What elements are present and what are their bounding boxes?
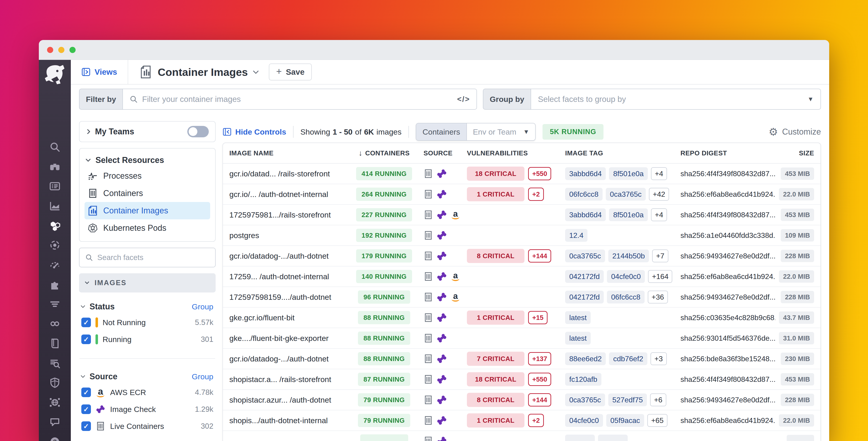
more-tags-pill[interactable]: +65 — [647, 414, 668, 427]
checkbox-checked-icon[interactable]: ✓ — [81, 387, 91, 397]
more-tags-pill[interactable]: +3 — [651, 352, 666, 365]
table-row[interactable]: gke.gcr.io/fluent-bit88 RUNNING1 CRITICA… — [223, 307, 820, 328]
more-vulnerabilities-badge[interactable]: +144 — [528, 249, 551, 263]
status-facet-item[interactable]: ✓Running301 — [81, 331, 213, 348]
filter-input[interactable] — [142, 95, 453, 104]
image-tag-pill[interactable]: 8f501e0a — [609, 208, 648, 221]
status-facet-item[interactable]: ✓Not Running5.57k — [81, 314, 213, 331]
more-vulnerabilities-badge[interactable]: +2 — [528, 414, 544, 427]
source-facet-header[interactable]: Source Group — [81, 369, 213, 384]
sidebar-item-containers[interactable]: Containers — [85, 185, 210, 202]
image-tag-pill[interactable]: 3abbd6d4 — [565, 208, 606, 221]
table-row[interactable]: shopistacr.a... /rails-storefront87 RUNN… — [223, 369, 820, 390]
col-repo-digest[interactable]: REPO DIGEST — [680, 149, 775, 157]
zoom-window-button[interactable] — [69, 47, 75, 53]
title-chevron-down-icon[interactable] — [253, 68, 258, 74]
search-icon[interactable] — [39, 137, 71, 157]
more-tags-pill[interactable]: +6 — [650, 393, 666, 406]
image-tag-pill[interactable]: latest — [565, 332, 591, 345]
integrations-icon[interactable] — [39, 275, 71, 294]
my-teams-toggle-card[interactable]: My Teams — [79, 121, 216, 142]
segment-env-or-team[interactable]: Env or Team ▼ — [467, 123, 535, 140]
image-tag-pill[interactable]: 04cfe0c0 — [607, 270, 645, 283]
source-group-link[interactable]: Group — [192, 372, 214, 381]
more-tags-pill[interactable]: +4 — [651, 167, 667, 180]
status-facet-header[interactable]: Status Group — [81, 299, 213, 314]
more-tags-pill[interactable]: +7 — [652, 249, 668, 262]
image-tag-pill[interactable]: 06fc6cc8 — [607, 291, 644, 303]
status-group-link[interactable]: Group — [192, 302, 214, 311]
image-tag-pill[interactable]: 88ee6ed2 — [565, 352, 606, 365]
table-row[interactable]: shopistacr.azur... /auth-dotnet79 RUNNIN… — [223, 390, 820, 410]
col-containers[interactable]: ↓ CONTAINERS — [345, 149, 424, 157]
customize-button[interactable]: ⚙ Customize — [769, 126, 821, 137]
image-tag-pill[interactable]: 04cfe0c0 — [565, 414, 603, 427]
table-row[interactable]: 172597598159..../auth-dotnet96 RUNNINGa0… — [223, 287, 820, 307]
image-tag-pill[interactable] — [565, 435, 595, 441]
datadog-logo-icon[interactable] — [43, 63, 66, 86]
image-tag-pill[interactable] — [598, 435, 628, 441]
table-row[interactable]: gcr.io/datadog-.../auth-dotnet88 RUNNING… — [223, 349, 820, 369]
metrics-icon[interactable] — [39, 196, 71, 216]
binoculars-icon[interactable] — [39, 157, 71, 176]
logs-icon[interactable] — [39, 294, 71, 314]
monitors-icon[interactable] — [39, 255, 71, 275]
save-button[interactable]: + Save — [269, 63, 312, 81]
code-query-icon[interactable]: </> — [457, 95, 470, 104]
more-vulnerabilities-badge[interactable]: +144 — [528, 393, 551, 407]
more-tags-pill[interactable]: +164 — [648, 270, 672, 283]
log-explorer-icon[interactable] — [39, 353, 71, 373]
my-teams-toggle[interactable] — [187, 126, 209, 137]
col-image-name[interactable]: IMAGE NAME — [229, 149, 345, 157]
table-row[interactable] — [223, 431, 820, 441]
more-tags-pill[interactable]: +42 — [649, 188, 669, 201]
col-source[interactable]: SOURCE — [424, 149, 467, 157]
checkbox-checked-icon[interactable]: ✓ — [81, 405, 91, 414]
sidebar-item-processes[interactable]: Processes — [85, 167, 210, 185]
more-vulnerabilities-badge[interactable]: +550 — [528, 373, 551, 386]
image-tag-pill[interactable]: 0ca3765c — [565, 249, 605, 262]
col-size[interactable]: SIZE — [775, 149, 814, 157]
more-tags-pill[interactable]: +4 — [651, 208, 667, 221]
checkbox-checked-icon[interactable]: ✓ — [81, 421, 91, 431]
checkbox-checked-icon[interactable]: ✓ — [81, 334, 91, 344]
image-tag-pill[interactable]: 0ca3765c — [606, 188, 646, 201]
image-tag-pill[interactable]: 0ca3765c — [565, 393, 605, 406]
close-window-button[interactable] — [47, 47, 53, 53]
image-tag-pill[interactable]: 3abbd6d4 — [565, 167, 606, 180]
views-button[interactable]: Views — [81, 67, 117, 77]
image-tag-pill[interactable]: 05f9acac — [606, 414, 644, 427]
help-icon[interactable]: ? — [39, 432, 71, 441]
table-row[interactable]: gcr.io/datadog-.../auth-dotnet179 RUNNIN… — [223, 246, 820, 266]
hide-controls-button[interactable]: Hide Controls — [222, 127, 286, 137]
image-tag-pill[interactable]: 12.4 — [565, 229, 588, 242]
table-row[interactable]: gke..../fluent-bit-gke-exporter88 RUNNIN… — [223, 328, 820, 349]
segment-containers[interactable]: Containers — [416, 123, 467, 140]
dashboards-icon[interactable] — [39, 176, 71, 196]
security-icon[interactable] — [39, 373, 71, 392]
table-row[interactable]: gcr.io/datad... /rails-storefront414 RUN… — [223, 164, 820, 184]
source-facet-item[interactable]: ✓Image Check1.29k — [81, 401, 213, 418]
image-tag-pill[interactable]: fc120afb — [565, 373, 601, 386]
ci-cd-icon[interactable] — [39, 314, 71, 333]
image-tag-pill[interactable]: 2144b50b — [608, 249, 649, 262]
network-icon[interactable] — [39, 392, 71, 412]
table-row[interactable]: shopis.../auth-dotnet-internal79 RUNNING… — [223, 410, 820, 431]
image-tag-pill[interactable]: 06fc6cc8 — [565, 188, 602, 201]
select-resources-header[interactable]: Select Resources — [85, 153, 210, 167]
chat-icon[interactable] — [39, 412, 71, 432]
more-vulnerabilities-badge[interactable]: +15 — [528, 311, 548, 324]
group-by-select[interactable]: Select facets to group by ▼ — [531, 89, 821, 110]
col-vulnerabilities[interactable]: VULNERABILITIES — [467, 149, 565, 157]
table-row[interactable]: postgres192 RUNNING12.4sha256:a1e04460fd… — [223, 225, 820, 246]
table-row[interactable]: 1725975981.../rails-storefront227 RUNNIN… — [223, 205, 820, 225]
more-vulnerabilities-badge[interactable]: +550 — [528, 167, 551, 180]
table-row[interactable]: 17259... /auth-dotnet-internal140 RUNNIN… — [223, 266, 820, 287]
notebooks-icon[interactable] — [39, 333, 71, 353]
sidebar-item-kubernetes-pods[interactable]: Kubernetes Pods — [85, 219, 210, 237]
image-tag-pill[interactable]: 527edf75 — [608, 393, 647, 406]
images-facet-group-header[interactable]: IMAGES — [79, 273, 216, 292]
image-tag-pill[interactable]: cdb76ef2 — [609, 352, 647, 365]
checkbox-checked-icon[interactable]: ✓ — [81, 318, 91, 327]
more-tags-pill[interactable]: +36 — [648, 291, 668, 303]
